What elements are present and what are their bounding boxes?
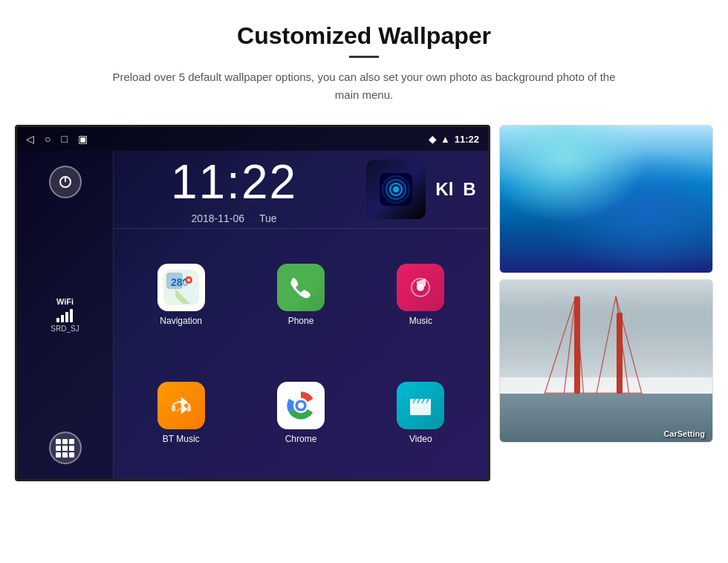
recents-icon[interactable]: □ bbox=[61, 133, 67, 145]
app-grid: 280 Navigation bbox=[114, 229, 488, 479]
power-button[interactable] bbox=[49, 166, 82, 198]
apps-grid-icon bbox=[56, 439, 74, 458]
app-navigation-label: Navigation bbox=[160, 316, 202, 326]
power-icon bbox=[58, 175, 73, 189]
clock-date-value: 2018-11-06 bbox=[191, 212, 244, 224]
wifi-signal-icon: ▲ bbox=[441, 134, 450, 145]
wifi-bar-3 bbox=[65, 312, 68, 322]
b-letter: B bbox=[463, 179, 475, 200]
video-icon-svg bbox=[406, 391, 435, 420]
phone-icon-svg bbox=[287, 274, 314, 301]
home-icon[interactable]: ○ bbox=[45, 133, 51, 145]
svg-line-32 bbox=[576, 296, 583, 394]
carsetting-label: CarSetting bbox=[663, 429, 705, 438]
page-title: Customized Wallpaper bbox=[104, 22, 624, 50]
screen-body: WiFi SRD_SJ bbox=[17, 151, 488, 479]
app-video[interactable]: Video bbox=[361, 354, 481, 472]
video-icon-bg bbox=[397, 382, 444, 429]
svg-line-34 bbox=[616, 296, 628, 394]
svg-point-12 bbox=[187, 279, 190, 282]
app-video-label: Video bbox=[409, 434, 432, 444]
app-chrome-label: Chrome bbox=[285, 434, 317, 444]
apps-button[interactable] bbox=[49, 432, 82, 464]
location-icon: ◆ bbox=[429, 134, 436, 145]
svg-point-22 bbox=[298, 403, 304, 409]
status-bar-left: ◁ ○ □ ▣ bbox=[26, 133, 88, 145]
svg-line-35 bbox=[616, 296, 642, 394]
navigation-icon-bg: 280 bbox=[157, 264, 205, 311]
music-icon-svg bbox=[407, 274, 434, 301]
clock-area: 11:22 2018-11-06 Tue bbox=[114, 151, 354, 228]
status-bar: ◁ ○ □ ▣ ◆ ▲ 11:22 bbox=[17, 127, 488, 151]
ice-cave-image bbox=[500, 126, 712, 273]
app-navigation[interactable]: 280 Navigation bbox=[121, 236, 241, 354]
app-phone-label: Phone bbox=[288, 316, 314, 326]
screenshot-icon[interactable]: ▣ bbox=[78, 133, 88, 145]
svg-rect-29 bbox=[410, 400, 431, 415]
clock-time: 11:22 bbox=[171, 154, 297, 209]
app-music-label: Music bbox=[409, 316, 432, 326]
screen-top-row: 11:22 2018-11-06 Tue bbox=[114, 151, 488, 229]
android-screen: ◁ ○ □ ▣ ◆ ▲ 11:22 bbox=[15, 125, 490, 481]
status-bar-right: ◆ ▲ 11:22 bbox=[429, 134, 479, 145]
bridge-scene-image: CarSetting bbox=[500, 280, 712, 442]
app-phone[interactable]: Phone bbox=[241, 236, 360, 354]
music-icon-bg bbox=[397, 264, 444, 311]
svg-rect-16 bbox=[172, 406, 175, 411]
wifi-info: WiFi SRD_SJ bbox=[51, 297, 79, 333]
svg-rect-17 bbox=[187, 406, 191, 411]
svg-line-31 bbox=[564, 296, 576, 394]
bridge-wallpaper[interactable]: CarSetting bbox=[499, 279, 713, 443]
navigation-icon-svg: 280 bbox=[160, 267, 202, 308]
bridge-cables-svg bbox=[500, 296, 712, 394]
app-btmusic-label: BT Music bbox=[163, 434, 200, 444]
app-btmusic[interactable]: BT Music bbox=[121, 354, 241, 472]
center-panel: 11:22 2018-11-06 Tue bbox=[114, 151, 488, 479]
wifi-bar-1 bbox=[56, 318, 59, 322]
ki-letter: Kl bbox=[435, 179, 453, 200]
radio-wave-svg bbox=[380, 173, 412, 206]
wifi-label: WiFi bbox=[51, 297, 79, 306]
wifi-bar-4 bbox=[70, 309, 73, 322]
chrome-icon-svg bbox=[285, 389, 317, 422]
clock-date: 2018-11-06 Tue bbox=[191, 212, 276, 224]
svg-line-30 bbox=[545, 296, 576, 394]
status-time: 11:22 bbox=[455, 134, 479, 145]
wifi-bar-2 bbox=[61, 315, 64, 322]
btmusic-icon-bg bbox=[157, 382, 205, 429]
radio-app-icon[interactable] bbox=[366, 160, 426, 219]
clock-day-value: Tue bbox=[259, 212, 277, 224]
phone-icon-bg bbox=[277, 264, 325, 311]
btmusic-icon-svg bbox=[167, 391, 195, 420]
wallpaper-panel: CarSetting bbox=[499, 125, 713, 481]
screen-top-right: Kl B bbox=[354, 151, 488, 228]
title-section: Customized Wallpaper Preload over 5 defa… bbox=[104, 22, 624, 104]
wifi-bars bbox=[51, 309, 79, 322]
back-icon[interactable]: ◁ bbox=[26, 133, 34, 145]
content-area: ◁ ○ □ ▣ ◆ ▲ 11:22 bbox=[15, 125, 713, 481]
chrome-icon-bg bbox=[277, 382, 325, 429]
wifi-ssid: SRD_SJ bbox=[51, 325, 79, 333]
svg-line-33 bbox=[597, 296, 616, 394]
app-music[interactable]: Music bbox=[361, 236, 481, 354]
left-sidebar: WiFi SRD_SJ bbox=[17, 151, 114, 479]
page-container: Customized Wallpaper Preload over 5 defa… bbox=[0, 0, 728, 563]
svg-point-6 bbox=[393, 186, 399, 192]
ice-cave-wallpaper[interactable] bbox=[499, 125, 713, 273]
page-subtitle: Preload over 5 default wallpaper options… bbox=[104, 68, 624, 104]
title-divider bbox=[349, 56, 379, 58]
app-chrome[interactable]: Chrome bbox=[241, 354, 360, 472]
